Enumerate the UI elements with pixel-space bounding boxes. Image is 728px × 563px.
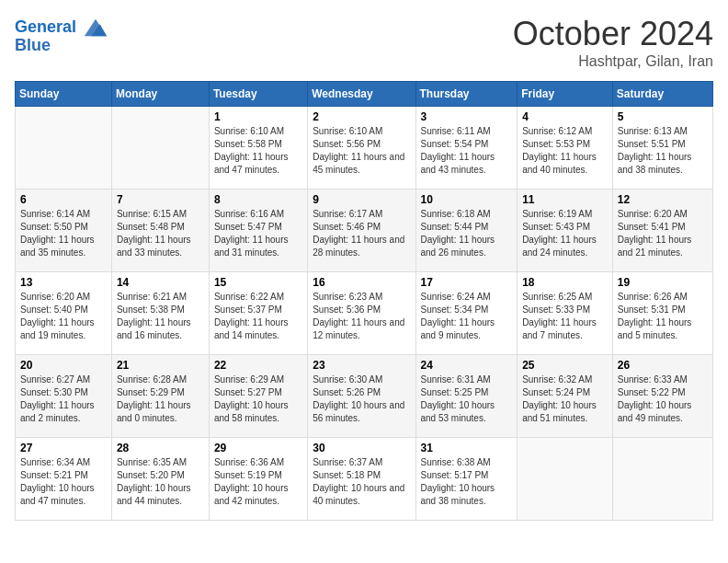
calendar-cell: 31Sunrise: 6:38 AMSunset: 5:17 PMDayligh… <box>415 438 518 521</box>
day-number: 14 <box>117 276 204 289</box>
day-info: Sunrise: 6:10 AMSunset: 5:56 PMDaylight:… <box>313 125 410 177</box>
calendar-cell: 25Sunrise: 6:32 AMSunset: 5:24 PMDayligh… <box>518 355 613 438</box>
day-number: 16 <box>313 276 410 289</box>
day-info: Sunrise: 6:16 AMSunset: 5:47 PMDaylight:… <box>214 208 302 259</box>
day-number: 8 <box>214 193 302 206</box>
day-number: 26 <box>618 359 708 372</box>
calendar-cell: 5Sunrise: 6:13 AMSunset: 5:51 PMDaylight… <box>612 107 712 190</box>
day-number: 31 <box>421 442 513 454</box>
day-info: Sunrise: 6:36 AMSunset: 5:19 PMDaylight:… <box>214 456 302 508</box>
calendar-cell <box>612 438 712 521</box>
calendar-cell: 17Sunrise: 6:24 AMSunset: 5:34 PMDayligh… <box>415 272 518 355</box>
day-number: 6 <box>20 193 107 206</box>
day-number: 27 <box>20 442 107 454</box>
day-number: 15 <box>214 276 302 289</box>
calendar-cell: 14Sunrise: 6:21 AMSunset: 5:38 PMDayligh… <box>111 272 209 355</box>
day-number: 20 <box>20 359 107 372</box>
day-number: 22 <box>214 359 302 372</box>
header-saturday: Saturday <box>612 82 712 107</box>
day-number: 25 <box>522 359 608 372</box>
calendar-cell: 23Sunrise: 6:30 AMSunset: 5:26 PMDayligh… <box>308 355 415 438</box>
day-info: Sunrise: 6:25 AMSunset: 5:33 PMDaylight:… <box>522 291 608 342</box>
page-subtitle: Hashtpar, Gilan, Iran <box>513 53 713 70</box>
calendar-cell: 26Sunrise: 6:33 AMSunset: 5:22 PMDayligh… <box>612 355 712 438</box>
day-number: 2 <box>313 110 410 123</box>
calendar-table: SundayMondayTuesdayWednesdayThursdayFrid… <box>15 81 713 521</box>
day-info: Sunrise: 6:30 AMSunset: 5:26 PMDaylight:… <box>313 373 410 425</box>
header-tuesday: Tuesday <box>209 82 307 107</box>
day-info: Sunrise: 6:11 AMSunset: 5:54 PMDaylight:… <box>421 125 513 177</box>
day-info: Sunrise: 6:15 AMSunset: 5:48 PMDaylight:… <box>117 208 204 259</box>
day-info: Sunrise: 6:10 AMSunset: 5:58 PMDaylight:… <box>214 125 302 177</box>
day-number: 9 <box>313 193 410 206</box>
day-info: Sunrise: 6:17 AMSunset: 5:46 PMDaylight:… <box>313 208 410 259</box>
header-friday: Friday <box>518 82 613 107</box>
calendar-cell: 27Sunrise: 6:34 AMSunset: 5:21 PMDayligh… <box>16 438 112 521</box>
calendar-cell: 15Sunrise: 6:22 AMSunset: 5:37 PMDayligh… <box>209 272 307 355</box>
day-info: Sunrise: 6:20 AMSunset: 5:41 PMDaylight:… <box>618 208 708 259</box>
day-number: 29 <box>214 442 302 454</box>
day-number: 4 <box>522 110 608 123</box>
calendar-week-row: 6Sunrise: 6:14 AMSunset: 5:50 PMDaylight… <box>16 190 713 272</box>
day-info: Sunrise: 6:29 AMSunset: 5:27 PMDaylight:… <box>214 373 302 425</box>
calendar-cell: 12Sunrise: 6:20 AMSunset: 5:41 PMDayligh… <box>612 190 712 272</box>
day-info: Sunrise: 6:32 AMSunset: 5:24 PMDaylight:… <box>522 373 608 425</box>
calendar-week-row: 27Sunrise: 6:34 AMSunset: 5:21 PMDayligh… <box>16 438 713 521</box>
day-number: 12 <box>618 193 708 206</box>
day-number: 7 <box>117 193 204 206</box>
day-info: Sunrise: 6:34 AMSunset: 5:21 PMDaylight:… <box>20 456 107 508</box>
day-info: Sunrise: 6:12 AMSunset: 5:53 PMDaylight:… <box>522 125 608 177</box>
day-info: Sunrise: 6:27 AMSunset: 5:30 PMDaylight:… <box>20 373 107 425</box>
day-info: Sunrise: 6:19 AMSunset: 5:43 PMDaylight:… <box>522 208 608 259</box>
calendar-cell: 21Sunrise: 6:28 AMSunset: 5:29 PMDayligh… <box>111 355 209 438</box>
day-info: Sunrise: 6:28 AMSunset: 5:29 PMDaylight:… <box>117 373 204 425</box>
day-number: 13 <box>20 276 107 289</box>
calendar-cell <box>111 107 209 190</box>
page-title: October 2024 <box>513 15 713 53</box>
day-info: Sunrise: 6:38 AMSunset: 5:17 PMDaylight:… <box>421 456 513 508</box>
calendar-week-row: 20Sunrise: 6:27 AMSunset: 5:30 PMDayligh… <box>16 355 713 438</box>
calendar-cell: 2Sunrise: 6:10 AMSunset: 5:56 PMDaylight… <box>308 107 415 190</box>
day-info: Sunrise: 6:35 AMSunset: 5:20 PMDaylight:… <box>117 456 204 508</box>
day-number: 17 <box>421 276 513 289</box>
day-number: 10 <box>421 193 513 206</box>
calendar-cell: 13Sunrise: 6:20 AMSunset: 5:40 PMDayligh… <box>16 272 112 355</box>
day-number: 18 <box>522 276 608 289</box>
day-number: 3 <box>421 110 513 123</box>
calendar-cell: 4Sunrise: 6:12 AMSunset: 5:53 PMDaylight… <box>518 107 613 190</box>
calendar-header-row: SundayMondayTuesdayWednesdayThursdayFrid… <box>16 82 713 107</box>
calendar-cell: 11Sunrise: 6:19 AMSunset: 5:43 PMDayligh… <box>518 190 613 272</box>
calendar-week-row: 1Sunrise: 6:10 AMSunset: 5:58 PMDaylight… <box>16 107 713 190</box>
day-info: Sunrise: 6:21 AMSunset: 5:38 PMDaylight:… <box>117 291 204 342</box>
day-number: 28 <box>117 442 204 454</box>
calendar-cell <box>518 438 613 521</box>
calendar-cell: 10Sunrise: 6:18 AMSunset: 5:44 PMDayligh… <box>415 190 518 272</box>
day-number: 21 <box>117 359 204 372</box>
calendar-cell: 6Sunrise: 6:14 AMSunset: 5:50 PMDaylight… <box>16 190 112 272</box>
day-info: Sunrise: 6:14 AMSunset: 5:50 PMDaylight:… <box>20 208 107 259</box>
calendar-cell: 9Sunrise: 6:17 AMSunset: 5:46 PMDaylight… <box>308 190 415 272</box>
day-info: Sunrise: 6:31 AMSunset: 5:25 PMDaylight:… <box>421 373 513 425</box>
day-info: Sunrise: 6:18 AMSunset: 5:44 PMDaylight:… <box>421 208 513 259</box>
day-info: Sunrise: 6:26 AMSunset: 5:31 PMDaylight:… <box>618 291 708 342</box>
title-block: October 2024 Hashtpar, Gilan, Iran <box>513 15 713 70</box>
day-number: 5 <box>618 110 708 123</box>
day-number: 11 <box>522 193 608 206</box>
calendar-cell: 16Sunrise: 6:23 AMSunset: 5:36 PMDayligh… <box>308 272 415 355</box>
calendar-week-row: 13Sunrise: 6:20 AMSunset: 5:40 PMDayligh… <box>16 272 713 355</box>
logo: General Blue <box>15 15 108 55</box>
calendar-cell: 18Sunrise: 6:25 AMSunset: 5:33 PMDayligh… <box>518 272 613 355</box>
calendar-cell: 19Sunrise: 6:26 AMSunset: 5:31 PMDayligh… <box>612 272 712 355</box>
page-header: General Blue October 2024 Hashtpar, Gila… <box>15 15 713 70</box>
day-info: Sunrise: 6:24 AMSunset: 5:34 PMDaylight:… <box>421 291 513 342</box>
day-info: Sunrise: 6:23 AMSunset: 5:36 PMDaylight:… <box>313 291 410 342</box>
day-info: Sunrise: 6:13 AMSunset: 5:51 PMDaylight:… <box>618 125 708 177</box>
day-number: 19 <box>618 276 708 289</box>
day-number: 30 <box>313 442 410 454</box>
calendar-cell: 20Sunrise: 6:27 AMSunset: 5:30 PMDayligh… <box>16 355 112 438</box>
header-wednesday: Wednesday <box>308 82 415 107</box>
calendar-cell: 8Sunrise: 6:16 AMSunset: 5:47 PMDaylight… <box>209 190 307 272</box>
calendar-cell: 7Sunrise: 6:15 AMSunset: 5:48 PMDaylight… <box>111 190 209 272</box>
calendar-cell: 3Sunrise: 6:11 AMSunset: 5:54 PMDaylight… <box>415 107 518 190</box>
calendar-cell: 22Sunrise: 6:29 AMSunset: 5:27 PMDayligh… <box>209 355 307 438</box>
